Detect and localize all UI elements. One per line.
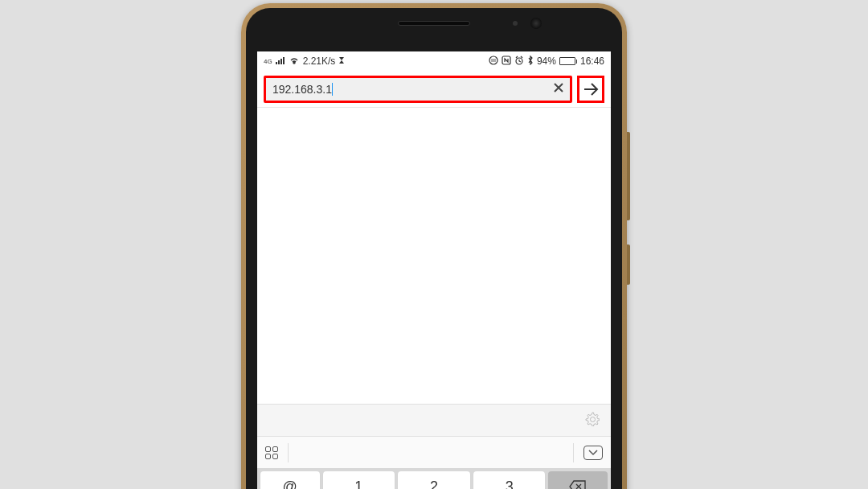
go-button[interactable] xyxy=(577,76,604,103)
svg-rect-1 xyxy=(278,60,280,64)
battery-icon xyxy=(559,57,577,65)
status-bar: 4G 2.21K/s xyxy=(257,51,611,71)
phone-camera xyxy=(530,18,542,29)
hourglass-icon xyxy=(338,55,345,67)
url-input[interactable]: 192.168.3.1 xyxy=(264,76,572,103)
clear-url-button[interactable] xyxy=(552,81,565,97)
phone-device-frame: 4G 2.21K/s xyxy=(241,3,627,489)
bluetooth-icon xyxy=(527,55,534,68)
phone-sensor xyxy=(513,21,518,26)
phone-top-bezel xyxy=(246,8,622,51)
key-3[interactable]: 3 xyxy=(473,471,546,489)
browser-content-area xyxy=(257,108,611,404)
wifi-icon xyxy=(289,55,300,67)
status-bar-left: 4G 2.21K/s xyxy=(264,55,345,67)
close-icon xyxy=(552,81,565,94)
status-bar-right: 94% 16:46 xyxy=(489,55,604,68)
keyboard-collapse-button[interactable] xyxy=(583,446,603,460)
signal-bars-icon xyxy=(276,55,285,67)
phone-speaker xyxy=(398,21,470,26)
battery-pct-label: 94% xyxy=(537,55,556,67)
svg-rect-0 xyxy=(276,62,277,64)
svg-rect-2 xyxy=(280,59,282,64)
keyboard-toolbar xyxy=(257,436,611,468)
phone-bezel: 4G 2.21K/s xyxy=(246,8,622,489)
keyboard-row: @ 1 2 3 xyxy=(257,468,611,489)
toolbar-divider xyxy=(288,443,289,462)
svg-point-8 xyxy=(591,417,596,421)
time-label: 16:46 xyxy=(580,55,604,67)
nfc-icon xyxy=(502,55,511,68)
arrow-right-icon xyxy=(582,80,600,98)
gear-icon xyxy=(585,412,600,426)
url-text: 192.168.3.1 xyxy=(272,83,332,96)
phone-screen: 4G 2.21K/s xyxy=(257,51,611,489)
key-1[interactable]: 1 xyxy=(323,471,395,489)
text-cursor xyxy=(332,83,333,96)
key-at[interactable]: @ xyxy=(260,471,320,489)
network-type-icon: 4G xyxy=(264,58,272,65)
browser-address-bar: 192.168.3.1 xyxy=(257,71,611,108)
svg-point-4 xyxy=(293,62,295,64)
svg-rect-3 xyxy=(283,57,285,64)
keyboard-grid-button[interactable] xyxy=(265,446,278,459)
keyboard-settings-button[interactable] xyxy=(585,412,600,429)
grid-icon xyxy=(265,446,278,459)
alarm-icon xyxy=(514,55,524,68)
keyboard-suggestion-bar xyxy=(257,404,611,436)
sync-icon xyxy=(489,55,498,68)
chevron-down-icon xyxy=(588,450,598,456)
data-speed-label: 2.21K/s xyxy=(303,55,336,67)
key-backspace[interactable] xyxy=(548,471,608,489)
toolbar-divider xyxy=(573,443,574,462)
volume-button xyxy=(627,132,630,220)
power-button xyxy=(627,244,630,285)
backspace-icon xyxy=(569,480,587,489)
key-2[interactable]: 2 xyxy=(398,471,470,489)
